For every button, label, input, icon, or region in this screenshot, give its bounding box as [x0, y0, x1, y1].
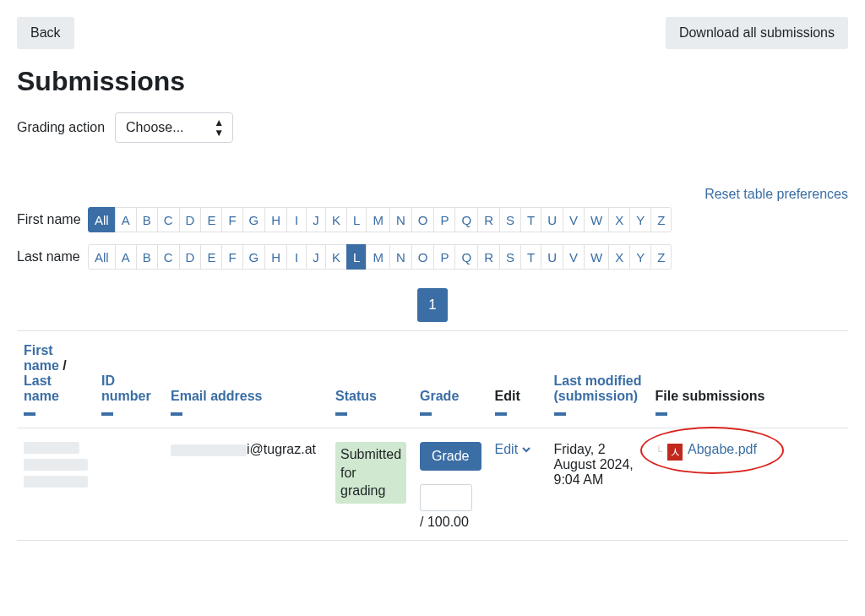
letter-filter-e[interactable]: E: [200, 207, 222, 232]
redacted-email: [171, 444, 247, 456]
letter-filter-j[interactable]: J: [306, 244, 326, 270]
letter-filter-f[interactable]: F: [221, 207, 242, 232]
letter-filter-v[interactable]: V: [563, 244, 585, 270]
letter-filter-r[interactable]: R: [477, 244, 500, 270]
letter-filter-f[interactable]: F: [221, 244, 242, 270]
col-email[interactable]: Email address: [171, 389, 263, 403]
letter-filter-o[interactable]: O: [411, 207, 435, 232]
col-modified[interactable]: Last modified (submission): [554, 373, 642, 403]
table-row: i@tugraz.at Submitted for grading Grade …: [17, 428, 848, 541]
file-link[interactable]: Abgabe.pdf: [688, 442, 757, 457]
letter-filter-c[interactable]: C: [157, 244, 180, 270]
reset-table-link[interactable]: Reset table preferences: [705, 187, 848, 201]
letter-filter-b[interactable]: B: [136, 207, 158, 232]
letter-filter-e[interactable]: E: [200, 244, 222, 270]
letter-filter-n[interactable]: N: [389, 207, 412, 232]
letter-filter-x[interactable]: X: [608, 207, 630, 232]
letter-filter-z[interactable]: Z: [650, 207, 672, 232]
letter-filter-u[interactable]: U: [541, 244, 563, 270]
col-last-name[interactable]: Last name: [24, 373, 59, 403]
letter-filter-p[interactable]: P: [433, 207, 455, 232]
letter-filter-y[interactable]: Y: [629, 244, 651, 270]
letter-filter-a[interactable]: A: [115, 244, 137, 270]
col-grade[interactable]: Grade: [420, 389, 459, 403]
letter-filter-w[interactable]: W: [584, 207, 609, 232]
letter-filter-d[interactable]: D: [179, 207, 202, 232]
redacted-name: [24, 476, 88, 488]
letter-filter-l[interactable]: L: [346, 244, 367, 270]
hide-col-icon[interactable]: [335, 412, 347, 416]
hide-col-icon[interactable]: [554, 412, 566, 416]
letter-filter-w[interactable]: W: [584, 244, 609, 270]
redacted-name: [24, 442, 79, 454]
letter-filter-k[interactable]: K: [325, 207, 347, 232]
letter-filter-r[interactable]: R: [477, 207, 500, 232]
pdf-icon: 人: [667, 444, 683, 461]
letter-filter-g[interactable]: G: [242, 207, 266, 232]
letter-filter-b[interactable]: B: [136, 244, 158, 270]
letter-filter-i[interactable]: I: [286, 207, 307, 232]
first-name-filter-label: First name: [17, 212, 88, 227]
hide-col-icon[interactable]: [495, 412, 507, 416]
letter-filter-s[interactable]: S: [499, 207, 521, 232]
letter-filter-o[interactable]: O: [411, 244, 435, 270]
letter-filter-d[interactable]: D: [179, 244, 202, 270]
edit-label: Edit: [495, 442, 519, 457]
letter-filter-all[interactable]: All: [88, 207, 116, 232]
letter-filter-x[interactable]: X: [608, 244, 630, 270]
edit-link[interactable]: Edit: [495, 442, 532, 457]
letter-filter-u[interactable]: U: [541, 207, 563, 232]
letter-filter-i[interactable]: I: [286, 244, 307, 270]
hide-col-icon[interactable]: [101, 412, 113, 416]
hide-col-icon[interactable]: [420, 412, 432, 416]
letter-filter-h[interactable]: H: [264, 244, 287, 270]
letter-filter-j[interactable]: J: [306, 207, 326, 232]
letter-filter-n[interactable]: N: [389, 244, 412, 270]
last-name-letter-strip: AllABCDEFGHIJKLMNOPQRSTUVWXYZ: [88, 244, 672, 270]
grade-input[interactable]: [420, 484, 472, 511]
page-1[interactable]: 1: [417, 288, 448, 322]
submissions-table: First name / Last name ID number Email a…: [17, 331, 848, 540]
letter-filter-m[interactable]: M: [366, 207, 390, 232]
letter-filter-q[interactable]: Q: [454, 207, 478, 232]
last-modified-value: Friday, 2 August 2024, 9:04 AM: [554, 442, 634, 487]
slash: /: [63, 358, 66, 373]
letter-filter-s[interactable]: S: [499, 244, 521, 270]
col-first-name[interactable]: First name: [24, 343, 59, 373]
letter-filter-h[interactable]: H: [264, 207, 287, 232]
hide-col-icon[interactable]: [171, 412, 182, 416]
grading-action-label: Grading action: [17, 120, 105, 135]
hide-col-icon[interactable]: [24, 412, 35, 416]
email-suffix: i@tugraz.at: [247, 442, 316, 456]
letter-filter-k[interactable]: K: [325, 244, 347, 270]
chevron-down-icon: [521, 444, 531, 455]
back-button[interactable]: Back: [17, 17, 74, 49]
redacted-name: [24, 459, 88, 471]
letter-filter-q[interactable]: Q: [454, 244, 478, 270]
letter-filter-p[interactable]: P: [433, 244, 455, 270]
letter-filter-t[interactable]: T: [520, 207, 541, 232]
col-status[interactable]: Status: [335, 389, 377, 403]
status-badge: Submitted for grading: [335, 442, 406, 504]
letter-filter-a[interactable]: A: [115, 207, 137, 232]
letter-filter-g[interactable]: G: [242, 244, 266, 270]
col-file: File submissions: [656, 389, 765, 403]
letter-filter-c[interactable]: C: [157, 207, 180, 232]
last-name-filter-label: Last name: [17, 249, 88, 264]
letter-filter-y[interactable]: Y: [629, 207, 651, 232]
hide-col-icon[interactable]: [656, 412, 667, 416]
grade-denominator: / 100.00: [420, 515, 469, 530]
letter-filter-l[interactable]: L: [346, 207, 367, 232]
first-name-letter-strip: AllABCDEFGHIJKLMNOPQRSTUVWXYZ: [88, 207, 672, 232]
letter-filter-v[interactable]: V: [563, 207, 585, 232]
tree-icon: └: [656, 445, 663, 457]
grade-button[interactable]: Grade: [420, 442, 481, 471]
letter-filter-m[interactable]: M: [366, 244, 390, 270]
col-id-number[interactable]: ID number: [101, 373, 151, 403]
letter-filter-z[interactable]: Z: [650, 244, 672, 270]
grading-action-select[interactable]: Choose... ▲▼: [115, 112, 233, 143]
letter-filter-all[interactable]: All: [88, 244, 116, 270]
letter-filter-t[interactable]: T: [520, 244, 541, 270]
download-all-button[interactable]: Download all submissions: [666, 17, 848, 49]
grading-action-value: Choose...: [126, 120, 183, 134]
